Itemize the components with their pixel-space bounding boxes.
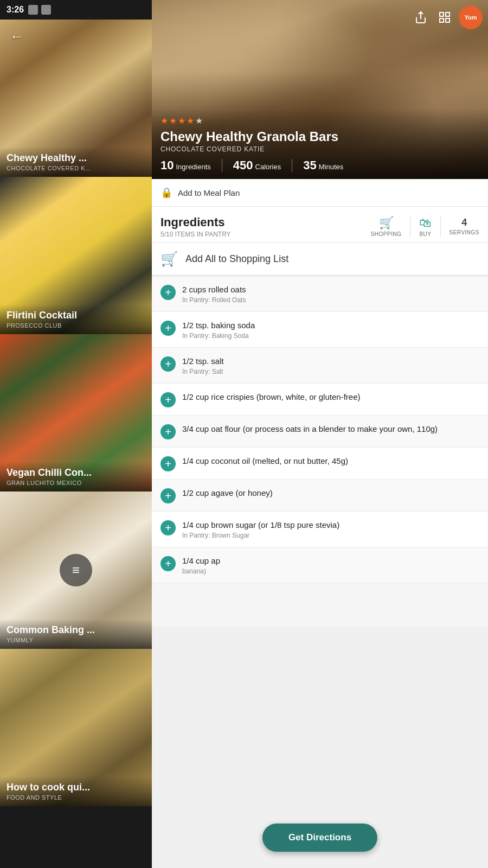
share-button[interactable] [411,8,431,27]
add-all-label: Add All to Shopping List [185,253,288,265]
ingredient-text-4: 3/4 cup oat flour (or process oats in a … [182,423,479,435]
sidebar-item-source-2: GRAN LUCHITO MEXICO [7,480,145,486]
photo-icon [28,5,38,15]
status-time: 3:26 [7,5,24,15]
ingredient-text-2: 1/2 tsp. salt In Pantry: Salt [182,355,479,375]
ingredients-title: Ingredients [160,215,231,229]
servings-label: SERVINGS [450,229,480,235]
svg-rect-2 [446,12,450,16]
add-ingredient-button-2[interactable]: + [160,356,176,372]
pantry-status: 5/10 ITEMS IN PANTRY [160,231,231,238]
ingredient-text-3: 1/2 cup rice crispies (brown, white, or … [182,391,479,403]
add-ingredient-button-8[interactable]: + [160,556,176,571]
add-all-cart-icon: 🛒 [160,251,178,267]
hero-image: Yum ★ ★ ★ ★ ★ Chewy Healthy Granola Bars… [152,0,488,179]
ingredient-amount-7: 1/4 cup brown sugar (or 1/8 tsp pure ste… [182,519,479,531]
sidebar-item-source-0: CHOCOLATE COVERED K... [7,165,145,171]
yum-button[interactable]: Yum [459,5,483,29]
add-ingredient-button-4[interactable]: + [160,424,176,439]
bookmark-button[interactable] [435,8,454,27]
servings-action[interactable]: 4 SERVINGS [450,217,480,235]
sidebar-item-4[interactable]: How to cook qui... FOOD AND STYLE [0,649,152,806]
ingredient-pantry-note-0: In Pantry: Rolled Oats [182,296,479,304]
add-ingredient-button-1[interactable]: + [160,321,176,336]
ingredient-item: + 1/2 tsp. salt In Pantry: Salt [152,348,488,384]
svg-rect-4 [440,18,444,22]
status-icons [28,5,51,15]
ingredients-num: 10 [160,158,174,173]
sidebar-item-overlay-1: Flirtini Cocktail PROSECCO CLUB [0,304,152,334]
buy-bag-icon: 🛍 [419,216,431,230]
sidebar-item-1[interactable]: Flirtini Cocktail PROSECCO CLUB [0,177,152,334]
sidebar-item-title-3: Common Baking ... [7,624,145,636]
shopping-action[interactable]: 🛒 SHOPPING [371,216,402,237]
lock-icon: 🔒 [160,187,172,199]
buy-label: BUY [419,231,431,237]
ingredient-text-7: 1/4 cup brown sugar (or 1/8 tsp pure ste… [182,519,479,539]
sidebar-item-title-1: Flirtini Cocktail [7,310,145,321]
recipe-source: CHOCOLATE COVERED KATIE [160,145,479,153]
ingredient-pantry-note-8: banana) [182,567,479,575]
add-ingredient-button-0[interactable]: + [160,285,176,300]
servings-num: 4 [461,217,467,228]
main-panel: Yum ★ ★ ★ ★ ★ Chewy Healthy Granola Bars… [152,0,488,868]
rating-stars: ★ ★ ★ ★ ★ [160,116,479,126]
ingredient-pantry-note-1: In Pantry: Baking Soda [182,332,479,340]
sidebar-item-overlay-3: Common Baking ... YUMMLY [0,619,152,649]
sidebar-item-3[interactable]: Common Baking ... YUMMLY ≡ [0,492,152,649]
recipe-title: Chewy Healthy Granola Bars [160,129,479,144]
add-all-button[interactable]: 🛒 Add All to Shopping List [152,243,488,276]
sidebar-item-overlay-0: Chewy Healthy ... CHOCOLATE COVERED K... [0,147,152,177]
time-label: Minutes [319,163,344,171]
star-4: ★ [187,116,194,126]
ingredients-section: Ingredients 5/10 ITEMS IN PANTRY 🛒 SHOPP… [152,207,488,627]
ingredient-item: + 2 cups rolled oats In Pantry: Rolled O… [152,276,488,312]
add-ingredient-button-3[interactable]: + [160,392,176,407]
sidebar-item-title-4: How to cook qui... [7,782,145,793]
sidebar-item-source-3: YUMMLY [7,637,145,643]
back-button[interactable]: ← [10,28,24,45]
buy-action[interactable]: 🛍 BUY [419,216,431,237]
star-5: ★ [195,116,203,126]
ingredient-amount-2: 1/2 tsp. salt [182,355,479,367]
ingredient-amount-5: 1/4 cup coconut oil (melted, or nut butt… [182,455,479,467]
get-directions-button[interactable]: Get Directions [262,824,377,852]
star-1: ★ [160,116,168,126]
ingredient-text-6: 1/2 cup agave (or honey) [182,487,479,499]
ingredient-item: + 3/4 cup oat flour (or process oats in … [152,416,488,448]
ingredients-actions: 🛒 SHOPPING 🛍 BUY 4 SERVINGS [371,215,479,237]
sidebar-item-source-1: PROSECCO CLUB [7,322,145,329]
action-divider-1 [410,215,410,237]
meal-plan-label: Add to Meal Plan [178,188,240,197]
star-3: ★ [178,116,185,126]
meal-plan-bar[interactable]: 🔒 Add to Meal Plan [152,179,488,207]
add-ingredient-button-5[interactable]: + [160,456,176,471]
ingredient-amount-0: 2 cups rolled oats [182,284,479,295]
add-ingredient-button-7[interactable]: + [160,520,176,535]
ingredient-item: + 1/2 tsp. baking soda In Pantry: Baking… [152,312,488,348]
ingredient-text-8: 1/4 cup ap banana) [182,555,479,575]
ingredient-amount-6: 1/2 cup agave (or honey) [182,487,479,499]
ingredients-title-block: Ingredients 5/10 ITEMS IN PANTRY [160,215,231,238]
stat-divider-2 [292,159,292,172]
hero-info: ★ ★ ★ ★ ★ Chewy Healthy Granola Bars CHO… [152,109,488,179]
add-ingredient-button-6[interactable]: + [160,488,176,503]
stat-time: 35 Minutes [303,158,354,173]
ingredient-amount-4: 3/4 cup oat flour (or process oats in a … [182,423,479,435]
calories-num: 450 [233,158,253,173]
app-icon [41,5,51,15]
ingredient-item: + 1/4 cup coconut oil (melted, or nut bu… [152,448,488,480]
ingredient-text-1: 1/2 tsp. baking soda In Pantry: Baking S… [182,320,479,340]
ingredients-label: Ingredients [176,163,210,171]
time-num: 35 [303,158,316,173]
ingredient-item: + 1/4 cup brown sugar (or 1/8 tsp pure s… [152,512,488,547]
sidebar-item-2[interactable]: Vegan Chilli Con... GRAN LUCHITO MEXICO [0,334,152,492]
play-icon: ≡ [60,554,92,586]
ingredient-item: + 1/2 cup rice crispies (brown, white, o… [152,384,488,416]
ingredient-text-0: 2 cups rolled oats In Pantry: Rolled Oat… [182,284,479,304]
svg-rect-1 [440,12,444,16]
action-divider-2 [440,215,441,237]
sidebar: ← Chewy Healthy ... CHOCOLATE COVERED K.… [0,0,152,868]
ingredient-pantry-note-7: In Pantry: Brown Sugar [182,532,479,539]
shopping-label: SHOPPING [371,231,402,237]
